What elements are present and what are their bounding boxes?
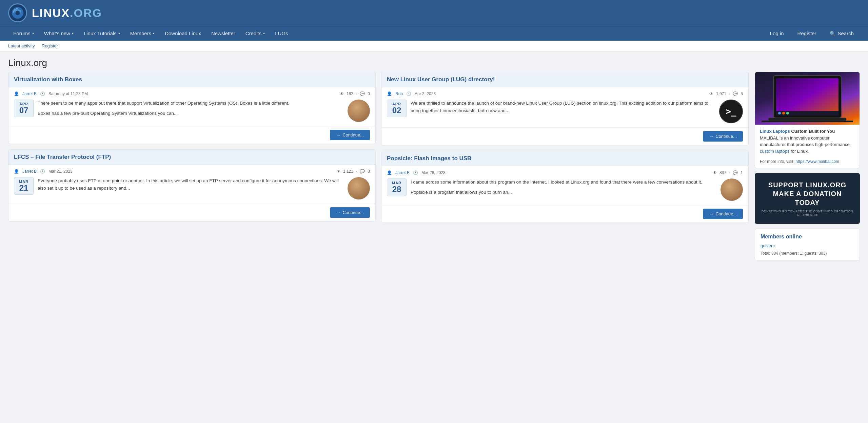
continue-button[interactable]: → Continue... bbox=[330, 207, 370, 218]
subnav-latest-activity[interactable]: Latest activity bbox=[8, 43, 35, 48]
terminal-symbol: >_ bbox=[726, 106, 736, 117]
eye-icon: 👁 bbox=[713, 170, 717, 175]
article-content-row: MAR 21 Everyone probably uses FTP at one… bbox=[14, 177, 370, 199]
laptop-image bbox=[755, 72, 860, 125]
date-badge: MAR 28 bbox=[387, 178, 407, 196]
search-icon: 🔍 bbox=[830, 31, 835, 36]
article-card-header: Virtualization with Boxes bbox=[8, 72, 375, 87]
nav-lugs[interactable]: LUGs bbox=[270, 26, 293, 41]
article-card-ftp: LFCS – File Transfer Protocol (FTP) 👤 Ja… bbox=[8, 149, 376, 221]
arrow-icon: → bbox=[336, 210, 340, 215]
subnav-register[interactable]: Register bbox=[42, 43, 58, 48]
right-column: New Linux User Group (LUG) directory! 👤 … bbox=[381, 72, 749, 261]
article-stats: 👁 837 · 💬 1 bbox=[713, 170, 743, 175]
continue-button[interactable]: → Continue... bbox=[330, 130, 370, 140]
eye-icon: 👁 bbox=[336, 169, 340, 174]
article-card-virt: Virtualization with Boxes 👤 Jarret B 🕐 S… bbox=[8, 72, 376, 144]
article-date: Saturday at 11:23 PM bbox=[48, 91, 88, 96]
article-stats: 👁 182 · 💬 0 bbox=[340, 91, 370, 96]
article-title-link[interactable]: New Linux User Group (LUG) directory! bbox=[387, 76, 495, 83]
nav-download-linux[interactable]: Download Linux bbox=[160, 26, 206, 41]
article-card-body: 👤 Jarret B 🕐 Mar 21, 2023 👁 1,121 · 💬 0 bbox=[8, 165, 375, 204]
article-stats: 👁 1,121 · 💬 0 bbox=[336, 169, 370, 174]
ad-url-link[interactable]: https://www.malibal.com bbox=[795, 159, 839, 164]
comment-icon: 💬 bbox=[733, 170, 738, 175]
author-icon: 👤 bbox=[387, 91, 392, 96]
continue-button[interactable]: → Continue... bbox=[703, 131, 743, 142]
sidebar-donate-banner[interactable]: SUPPORT LINUX.ORG MAKE A DONATION TODAY … bbox=[755, 173, 860, 224]
comment-sep: · bbox=[356, 91, 357, 96]
donate-title-line2: MAKE A DONATION TODAY bbox=[760, 189, 854, 207]
article-footer: → Continue... bbox=[8, 126, 375, 144]
nav-linux-tutorials[interactable]: Linux Tutorials ▾ bbox=[79, 26, 125, 41]
nav-whats-new[interactable]: What's new ▾ bbox=[39, 26, 79, 41]
continue-button[interactable]: → Continue... bbox=[703, 209, 743, 219]
chevron-down-icon: ▾ bbox=[118, 31, 120, 35]
chevron-down-icon: ▾ bbox=[32, 31, 34, 35]
nav-forums[interactable]: Forums ▾ bbox=[8, 26, 39, 41]
nav-members[interactable]: Members ▾ bbox=[125, 26, 160, 41]
member-link-guiverc[interactable]: guiverc bbox=[761, 243, 854, 248]
ad-title: Linux Laptops Custom Built for You bbox=[760, 129, 835, 134]
laptop-svg bbox=[760, 72, 855, 125]
article-footer: → Continue... bbox=[381, 205, 748, 223]
site-logo-text[interactable]: LINUX.ORG bbox=[32, 6, 102, 20]
svg-rect-9 bbox=[768, 118, 846, 121]
article-card-header: LFCS – File Transfer Protocol (FTP) bbox=[8, 150, 375, 165]
sidebar: Linux Laptops Custom Built for You MALIB… bbox=[755, 72, 860, 261]
chevron-down-icon: ▾ bbox=[263, 31, 265, 35]
arrow-icon: → bbox=[709, 134, 713, 139]
article-author: Rob bbox=[395, 91, 403, 96]
article-date: Mar 28, 2023 bbox=[421, 170, 446, 175]
logo-circle bbox=[8, 3, 27, 22]
login-button[interactable]: Log in bbox=[764, 27, 790, 40]
main-layout: Virtualization with Boxes 👤 Jarret B 🕐 S… bbox=[0, 72, 868, 269]
article-author: Jarret B bbox=[22, 91, 37, 96]
article-title-link[interactable]: LFCS – File Transfer Protocol (FTP) bbox=[14, 154, 111, 160]
clock-icon: 🕐 bbox=[406, 91, 411, 96]
article-meta: 👤 Jarret B 🕐 Mar 28, 2023 👁 837 · 💬 1 bbox=[387, 170, 743, 175]
arrow-icon: → bbox=[336, 132, 340, 138]
sub-nav: Latest activity Register bbox=[0, 41, 868, 51]
article-title-link[interactable]: Virtualization with Boxes bbox=[14, 76, 82, 83]
svg-rect-10 bbox=[762, 121, 853, 122]
article-content-row: APR 02 We are thrilled to announce the l… bbox=[387, 100, 743, 123]
clock-icon: 🕐 bbox=[40, 91, 45, 96]
comment-icon: 💬 bbox=[360, 169, 365, 174]
article-content-row: APR 07 There seem to be many apps out th… bbox=[14, 100, 370, 122]
ad-text-body: Linux Laptops Custom Built for You MALIB… bbox=[755, 125, 860, 158]
site-header: LINUX.ORG Forums ▾ What's new ▾ Linux Tu… bbox=[0, 0, 868, 41]
register-button[interactable]: Register bbox=[791, 27, 823, 40]
sidebar-members-online: Members online guiverc Total: 304 (membe… bbox=[755, 229, 860, 261]
svg-point-6 bbox=[778, 112, 781, 114]
comment-icon: 💬 bbox=[733, 91, 738, 96]
ad-custom-link[interactable]: custom laptops bbox=[760, 149, 789, 154]
author-icon: 👤 bbox=[387, 170, 392, 175]
comment-sep: · bbox=[729, 170, 730, 175]
date-day: 28 bbox=[391, 185, 403, 194]
avatar bbox=[721, 178, 743, 201]
nav-newsletter[interactable]: Newsletter bbox=[206, 26, 240, 41]
svg-point-7 bbox=[782, 112, 785, 114]
arrow-icon: → bbox=[709, 211, 713, 216]
main-nav: Forums ▾ What's new ▾ Linux Tutorials ▾ … bbox=[0, 26, 868, 41]
article-card-header: Popsicle: Flash Images to USB bbox=[381, 151, 748, 166]
donate-title-line1: SUPPORT LINUX.ORG bbox=[760, 181, 854, 189]
clock-icon: 🕐 bbox=[413, 170, 418, 175]
article-title-link[interactable]: Popsicle: Flash Images to USB bbox=[387, 155, 471, 162]
svg-point-1 bbox=[15, 10, 20, 15]
clock-icon: 🕐 bbox=[40, 169, 45, 174]
chevron-down-icon: ▾ bbox=[72, 31, 74, 35]
article-card-body: 👤 Jarret B 🕐 Saturday at 11:23 PM 👁 182 … bbox=[8, 87, 375, 126]
article-text: I came across some information about thi… bbox=[411, 178, 716, 196]
date-badge: MAR 21 bbox=[14, 177, 34, 195]
author-icon: 👤 bbox=[14, 91, 19, 96]
nav-right: Log in Register 🔍 Search bbox=[764, 27, 860, 40]
eye-icon: 👁 bbox=[340, 91, 344, 96]
nav-credits[interactable]: Credits ▾ bbox=[240, 26, 270, 41]
ad-title-link[interactable]: Linux Laptops bbox=[760, 129, 790, 134]
article-date: Mar 21, 2023 bbox=[48, 169, 73, 174]
search-button[interactable]: 🔍 Search bbox=[824, 27, 860, 40]
article-text: We are thrilled to announce the launch o… bbox=[411, 100, 715, 114]
svg-rect-4 bbox=[776, 78, 839, 115]
